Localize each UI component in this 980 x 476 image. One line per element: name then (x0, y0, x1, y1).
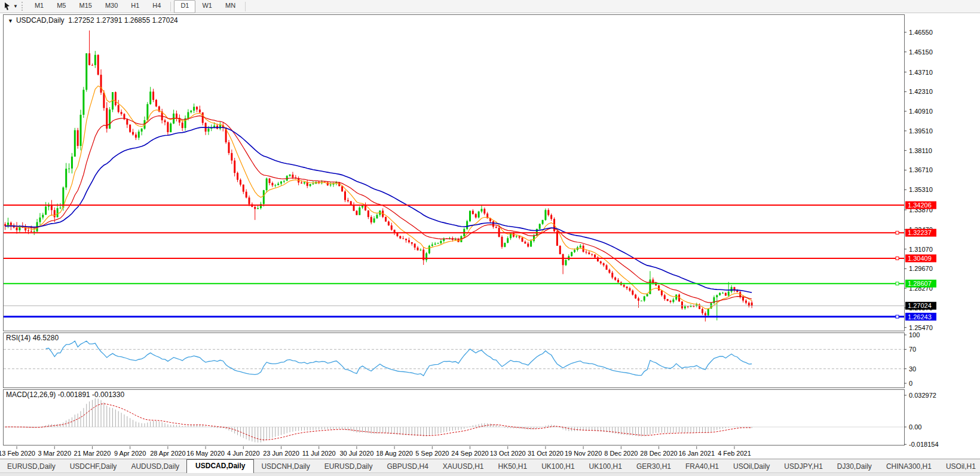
rsi-panel (4, 333, 905, 388)
svg-text:4 Jun 2020: 4 Jun 2020 (227, 450, 259, 457)
chart-tab-uk100-h1[interactable]: UK100,H1 (582, 460, 629, 473)
svg-text:16 May 2020: 16 May 2020 (186, 450, 225, 457)
svg-text:1.36710: 1.36710 (909, 166, 933, 173)
chart-tab-hk50-h1[interactable]: HK50,H1 (491, 460, 535, 473)
svg-text:1.34206: 1.34206 (908, 202, 932, 209)
chart-tab-ger30-h1[interactable]: GER30,H1 (629, 460, 678, 473)
chart-tab-usoil-daily[interactable]: USOil,Daily (726, 460, 777, 473)
svg-text:-0.018154: -0.018154 (909, 441, 939, 448)
rsi-axis: 10070300 (904, 331, 920, 387)
mt4-window: ▼ M1M5M15M30H1H4D1W1MN ▼USDCAD,Daily 1.2… (0, 0, 980, 476)
macd-panel (4, 390, 905, 446)
chart-tab-eurusd-daily[interactable]: EURUSD,Daily (317, 460, 380, 473)
svg-text:1.30409: 1.30409 (908, 255, 932, 262)
rsi-indicator-label: RSI(14) 46.5280 (6, 334, 59, 342)
chart-tab-usdcad-daily[interactable]: USDCAD,Daily (186, 459, 254, 473)
svg-text:1.28607: 1.28607 (908, 280, 932, 287)
svg-text:30: 30 (909, 365, 916, 373)
chart-tab-uk100-h1[interactable]: UK100,H1 (534, 460, 581, 473)
svg-text:1.25470: 1.25470 (909, 324, 933, 331)
svg-text:23 Jun 2020: 23 Jun 2020 (263, 450, 299, 457)
svg-text:28 Dec 2020: 28 Dec 2020 (640, 450, 677, 457)
svg-text:8 Dec 2020: 8 Dec 2020 (604, 450, 638, 457)
svg-text:1.46550: 1.46550 (909, 29, 933, 36)
svg-text:70: 70 (909, 346, 916, 353)
svg-text:16 Jan 2021: 16 Jan 2021 (678, 450, 715, 457)
svg-text:30 Jul 2020: 30 Jul 2020 (339, 450, 373, 457)
chart-tab-usoil-h1[interactable]: USOil,H1 (939, 460, 980, 473)
svg-text:1.39510: 1.39510 (909, 127, 933, 135)
macd-axis: 0.0329720.00-0.018154 (904, 392, 939, 448)
svg-text:1.35310: 1.35310 (909, 186, 933, 193)
svg-text:13 Oct 2020: 13 Oct 2020 (490, 450, 526, 457)
svg-text:4 Feb 2021: 4 Feb 2021 (718, 450, 751, 457)
chart-symbol-label: USDCAD,Daily (16, 16, 65, 25)
chart-tabs-bar: EURUSD,DailyUSDCHF,DailyAUDUSD,DailyUSDC… (0, 459, 980, 473)
svg-text:19 Nov 2020: 19 Nov 2020 (565, 450, 602, 457)
svg-text:1.26243: 1.26243 (908, 313, 932, 321)
chart-tab-usdchf-daily[interactable]: USDCHF,Daily (63, 460, 124, 473)
svg-text:1.42310: 1.42310 (909, 88, 933, 95)
svg-text:13 Feb 2020: 13 Feb 2020 (0, 450, 35, 457)
chart-tab-fra40-h1[interactable]: FRA40,H1 (678, 460, 726, 473)
svg-text:3 Mar 2020: 3 Mar 2020 (38, 450, 71, 457)
chart-tab-xauusd-h1[interactable]: XAUUSD,H1 (436, 460, 491, 473)
svg-text:21 Mar 2020: 21 Mar 2020 (74, 450, 111, 457)
chart-tab-china300-h1[interactable]: CHINA300,H1 (879, 460, 939, 473)
svg-text:1.43710: 1.43710 (909, 69, 933, 76)
svg-text:1.27024: 1.27024 (908, 302, 932, 309)
svg-text:18 Aug 2020: 18 Aug 2020 (376, 450, 413, 457)
time-axis: 13 Feb 20203 Mar 202021 Mar 20209 Apr 20… (0, 446, 751, 457)
chart-tab-audusd-daily[interactable]: AUDUSD,Daily (124, 460, 186, 473)
svg-text:1.45150: 1.45150 (909, 48, 933, 56)
svg-text:1.40910: 1.40910 (909, 108, 933, 115)
svg-text:1.32237: 1.32237 (908, 229, 932, 236)
svg-text:28 Apr 2020: 28 Apr 2020 (150, 450, 185, 457)
chart-tab-eurusd-daily[interactable]: EURUSD,Daily (0, 460, 63, 473)
svg-text:0: 0 (909, 380, 912, 387)
svg-text:1.29670: 1.29670 (909, 265, 933, 272)
chart-tab-dj30-daily[interactable]: DJ30,Daily (830, 460, 879, 473)
svg-text:100: 100 (909, 331, 920, 338)
svg-text:1.31070: 1.31070 (909, 246, 933, 253)
chart-ohlc-values: 1.27252 1.27391 1.26855 1.27024 (68, 16, 178, 25)
svg-text:24 Sep 2020: 24 Sep 2020 (451, 450, 488, 457)
chart-tab-gbpusd-h4[interactable]: GBPUSD,H4 (379, 460, 435, 473)
svg-text:31 Oct 2020: 31 Oct 2020 (528, 450, 564, 457)
chart-tab-usdcnh-daily[interactable]: USDCNH,Daily (254, 460, 317, 473)
chart-title: ▼USDCAD,Daily 1.27252 1.27391 1.26855 1.… (8, 16, 178, 25)
svg-text:9 Apr 2020: 9 Apr 2020 (114, 450, 146, 457)
symbol-dropdown-icon[interactable]: ▼ (8, 18, 13, 24)
chart-canvas[interactable]: 1.465501.451501.437101.423101.409101.395… (0, 0, 980, 476)
chart-tab-usdjpy-h1[interactable]: USDJPY,H1 (777, 460, 829, 473)
svg-text:0.00: 0.00 (909, 423, 921, 431)
svg-text:1.38110: 1.38110 (909, 147, 932, 154)
svg-text:0.032972: 0.032972 (909, 392, 936, 399)
window-bottom-edge (0, 472, 980, 476)
macd-indicator-label: MACD(12,26,9) -0.001891 -0.001330 (6, 390, 124, 399)
svg-text:11 Jul 2020: 11 Jul 2020 (302, 450, 336, 457)
svg-text:5 Sep 2020: 5 Sep 2020 (415, 450, 449, 457)
